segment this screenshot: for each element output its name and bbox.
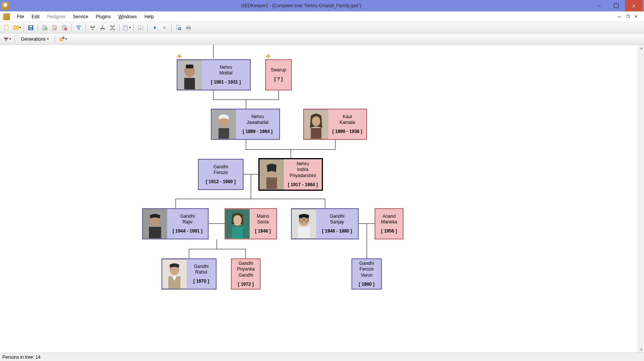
menu-file[interactable]: File <box>13 13 28 21</box>
tree-options-button[interactable]: ▾ <box>58 35 67 44</box>
tree-toolbar: ▾ Generations ▾ ▾ <box>0 33 644 45</box>
person-sanjay[interactable]: Gandhi Sanjay [ 1946 - 1980 ] <box>291 208 359 239</box>
portrait-icon <box>259 159 284 190</box>
scroll-up-icon[interactable]: ▲ <box>638 45 644 51</box>
svg-rect-10 <box>90 25 92 27</box>
edit-record-button[interactable] <box>50 23 59 32</box>
generations-dropdown[interactable]: Generations ▾ <box>18 35 52 43</box>
app-icon <box>2 2 9 10</box>
person-dates: [ ? ] <box>268 76 289 82</box>
person-name: Kaul <box>331 114 364 120</box>
svg-rect-19 <box>114 29 115 30</box>
new-file-button[interactable] <box>2 23 11 32</box>
person-priyanka[interactable]: Gandhi Priyanka Gandhi [ 1972 ] <box>231 258 261 290</box>
tree-descendants-button[interactable] <box>98 23 107 32</box>
close-button[interactable] <box>625 0 642 11</box>
person-feroze[interactable]: Gandhi Feroze [ 1912 - 1960 ] <box>198 159 244 190</box>
person-name: Rahul <box>189 269 214 276</box>
svg-rect-17 <box>114 25 115 26</box>
person-name: Nehru <box>238 114 277 120</box>
svg-rect-26 <box>141 28 142 29</box>
tree-ancestors-button[interactable] <box>88 23 97 32</box>
print-button[interactable] <box>184 23 193 32</box>
svg-rect-47 <box>311 128 321 139</box>
maximize-button[interactable] <box>608 0 625 11</box>
person-motilal[interactable]: Nehru Motilal [ 1861 - 1931 ] <box>177 59 251 90</box>
person-dates: [ 1912 - 1960 ] <box>201 179 241 185</box>
nav-back-button[interactable] <box>150 23 159 32</box>
person-rahul[interactable]: Gandhi Rahul [ 1970 ] <box>161 258 217 290</box>
tree-both-button[interactable] <box>108 23 117 32</box>
menu-service[interactable]: Service <box>69 13 92 21</box>
preview-button[interactable] <box>174 23 183 32</box>
nav-forward-button[interactable] <box>160 23 169 32</box>
person-name: Gandhi <box>354 261 379 267</box>
person-name: Feroze <box>354 266 379 272</box>
portrait-icon <box>162 259 187 289</box>
person-swarup[interactable]: Swarup [ ? ] <box>265 59 292 90</box>
person-name: Sonia <box>252 219 274 225</box>
person-name: Maneka <box>378 219 400 225</box>
save-button[interactable] <box>26 23 35 32</box>
open-file-button[interactable]: ▾ <box>12 23 21 32</box>
person-name: Maino <box>252 214 274 220</box>
person-name: Anand <box>378 214 400 220</box>
svg-rect-39 <box>186 65 193 68</box>
person-dates: [ 1970 ] <box>189 279 214 285</box>
svg-rect-50 <box>266 177 277 189</box>
delete-record-button[interactable] <box>60 23 69 32</box>
svg-rect-32 <box>4 37 6 38</box>
mdi-restore-button[interactable]: ❐ <box>625 14 630 19</box>
person-dates: [ 1944 - 1991 ] <box>169 228 206 234</box>
person-kamala[interactable]: Kaul Kamala [ 1899 - 1936 ] <box>303 109 367 140</box>
mdi-minimize-button[interactable]: — <box>617 14 622 19</box>
svg-rect-2 <box>29 25 32 27</box>
person-maneka[interactable]: Anand Maneka [ 1956 ] <box>375 208 403 239</box>
main-toolbar: ▾ ▾ <box>0 22 644 33</box>
menu-edit[interactable]: Edit <box>28 13 43 21</box>
person-dates: [ 1917 - 1984 ] <box>286 182 320 188</box>
portrait-icon <box>292 209 316 239</box>
window-title: GEDKeeper2 - [Complete tree "Nehru-Ghand… <box>12 3 590 8</box>
tree-canvas[interactable]: Nehru Motilal [ 1861 - 1931 ] Swarup [ ?… <box>0 45 644 353</box>
svg-rect-62 <box>298 227 310 238</box>
svg-point-56 <box>233 215 242 225</box>
person-dates: [ 1972 ] <box>234 282 258 288</box>
person-jawaharlal[interactable]: Nehru Jawaharlal [ 1889 - 1964 ] <box>211 109 280 140</box>
person-name: Priyadarshini <box>286 173 320 179</box>
mdi-close-button[interactable]: ✕ <box>633 14 639 19</box>
filter-button[interactable] <box>74 23 83 32</box>
svg-rect-21 <box>124 26 125 27</box>
svg-rect-18 <box>110 29 111 30</box>
person-name: Kamala <box>331 120 364 126</box>
person-sonia[interactable]: Maino Sonia [ 1946 ] <box>225 208 277 239</box>
svg-rect-57 <box>232 227 243 238</box>
person-name: Feroze <box>201 170 241 176</box>
rebuild-tree-button[interactable]: ▾ <box>2 35 11 44</box>
vertical-scrollbar[interactable]: ▲ ▼ <box>638 45 644 353</box>
window-controls <box>590 0 642 11</box>
menubar: File Edit Pedigree Service Plugins Windo… <box>0 11 644 22</box>
stats-button[interactable] <box>136 23 145 32</box>
person-rajiv[interactable]: Gandhi Rajiv [ 1944 - 1991 ] <box>142 208 209 239</box>
add-record-button[interactable] <box>40 23 49 32</box>
minimize-button[interactable] <box>590 0 608 11</box>
portrait-icon <box>212 109 236 139</box>
person-varun[interactable]: Gandhi Feroze Varun [ 1980 ] <box>351 258 382 290</box>
svg-rect-9 <box>92 29 93 30</box>
person-name: Indira <box>286 167 320 173</box>
menu-pedigree[interactable]: Pedigree <box>43 13 69 21</box>
svg-rect-24 <box>139 28 140 29</box>
person-indira[interactable]: Nehru Indira Priyadarshini [ 1917 - 1984… <box>258 158 323 191</box>
person-name: Gandhi <box>318 214 356 220</box>
svg-rect-30 <box>187 25 190 27</box>
person-dates: [ 1899 - 1936 ] <box>331 129 364 135</box>
menu-help[interactable]: Help <box>141 13 158 21</box>
person-dates: [ 1946 ] <box>252 228 274 234</box>
menu-plugins[interactable]: Plugins <box>92 13 114 21</box>
scroll-down-icon[interactable]: ▼ <box>638 347 644 353</box>
pedigree-button[interactable]: ▾ <box>122 23 131 32</box>
menu-windows[interactable]: Windows <box>114 13 141 21</box>
person-name: Gandhi <box>234 272 258 279</box>
svg-rect-43 <box>218 128 229 139</box>
